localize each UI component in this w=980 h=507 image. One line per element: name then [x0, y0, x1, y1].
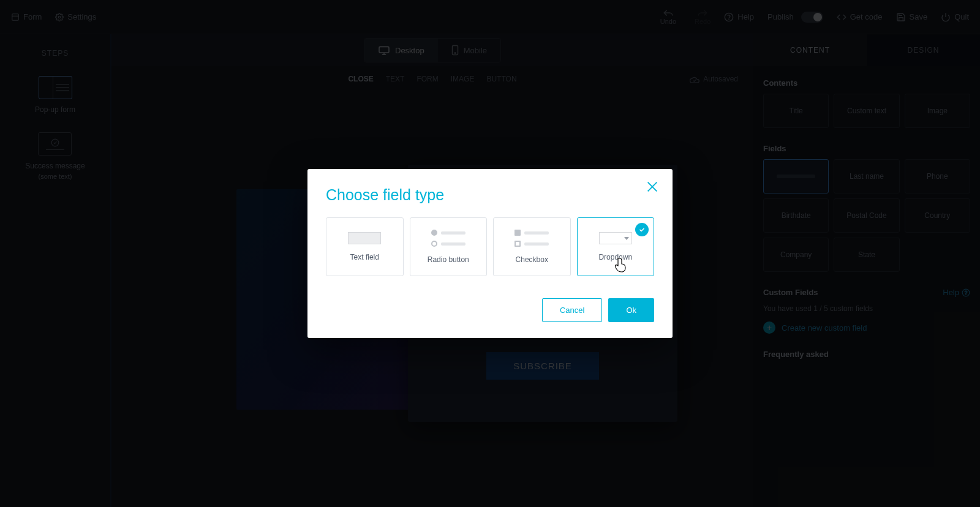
ok-button[interactable]: Ok — [608, 298, 654, 322]
checkbox-glyph-icon — [514, 230, 549, 247]
choose-field-type-modal: Choose field type Text field Radio butto… — [307, 169, 673, 338]
field-type-checkbox-label: Checkbox — [516, 255, 548, 264]
close-icon — [646, 180, 659, 193]
modal-close-button[interactable] — [646, 180, 659, 193]
field-type-radio-label: Radio button — [428, 255, 469, 264]
selected-check-icon — [635, 223, 649, 236]
field-type-radio[interactable]: Radio button — [410, 217, 488, 276]
radio-glyph-icon — [431, 230, 466, 247]
modal-title: Choose field type — [326, 186, 654, 204]
field-type-checkbox[interactable]: Checkbox — [493, 217, 571, 276]
field-type-dropdown-label: Dropdown — [598, 253, 632, 261]
field-type-dropdown[interactable]: Dropdown — [577, 217, 655, 276]
field-type-text[interactable]: Text field — [326, 217, 404, 276]
modal-overlay: Choose field type Text field Radio butto… — [0, 0, 980, 507]
dropdown-glyph-icon — [599, 232, 632, 244]
cancel-button[interactable]: Cancel — [542, 298, 602, 322]
text-field-glyph-icon — [348, 232, 381, 244]
field-type-text-label: Text field — [350, 253, 379, 261]
